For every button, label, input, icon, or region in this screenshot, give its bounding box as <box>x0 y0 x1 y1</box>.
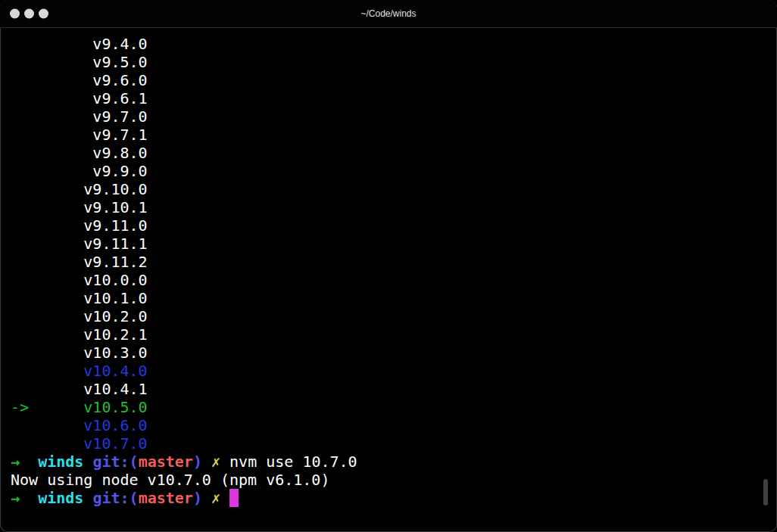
version-line: v9.8.0 <box>11 144 766 162</box>
version-line: v10.7.0 <box>11 434 766 453</box>
window-title: ~/Code/winds <box>360 8 416 19</box>
version-line: v10.4.0 <box>11 362 766 380</box>
version-line: v10.6.0 <box>11 416 766 434</box>
titlebar[interactable]: ~/Code/winds <box>0 0 777 28</box>
version-line: v9.10.0 <box>11 180 766 198</box>
version-line: v9.9.0 <box>11 162 766 180</box>
prompt-line: → winds git:(master) ✗ nvm use 10.7.0 <box>11 453 766 471</box>
version-line: v9.10.1 <box>11 198 766 216</box>
version-line: v10.4.1 <box>11 380 766 398</box>
version-line: v9.11.1 <box>11 235 766 253</box>
scrollbar-thumb[interactable] <box>763 479 768 506</box>
version-line: v10.3.0 <box>11 344 766 362</box>
close-button[interactable] <box>10 9 20 19</box>
version-line: v9.6.1 <box>11 89 766 107</box>
version-line: v9.11.0 <box>11 216 766 235</box>
terminal-window: ~/Code/winds v9.4.0 v9.5.0 v9.6.0 v9.6.1… <box>0 0 777 532</box>
version-line: v9.6.0 <box>11 71 766 89</box>
traffic-lights <box>10 9 48 19</box>
version-line: v9.5.0 <box>11 53 766 71</box>
terminal-cursor <box>229 489 239 507</box>
version-line: v10.0.0 <box>11 271 766 289</box>
version-line: v10.1.0 <box>11 289 766 307</box>
terminal-content[interactable]: v9.4.0 v9.5.0 v9.6.0 v9.6.1 v9.7.0 v9.7.… <box>0 28 777 514</box>
prompt-line: → winds git:(master) ✗ <box>11 489 766 507</box>
current-version-line: -> v10.5.0 <box>11 398 766 416</box>
version-line: v9.7.0 <box>11 107 766 126</box>
version-line: v9.4.0 <box>11 35 766 53</box>
minimize-button[interactable] <box>24 9 34 19</box>
version-line: v10.2.0 <box>11 307 766 325</box>
output-line: Now using node v10.7.0 (npm v6.1.0) <box>11 471 766 489</box>
zoom-button[interactable] <box>39 9 48 19</box>
version-line: v10.2.1 <box>11 325 766 344</box>
version-line: v9.11.2 <box>11 253 766 271</box>
version-line: v9.7.1 <box>11 126 766 144</box>
